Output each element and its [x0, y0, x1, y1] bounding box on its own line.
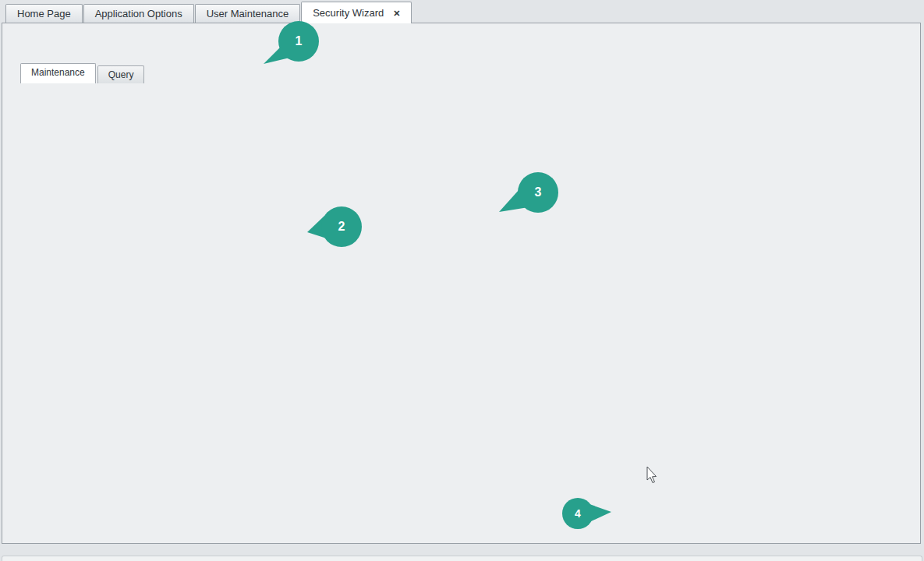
- callout-2: 2: [304, 205, 365, 250]
- subtab-maintenance[interactable]: Maintenance: [20, 63, 96, 83]
- callout-number: 3: [518, 172, 558, 213]
- callout-number: 4: [562, 498, 593, 529]
- tab-label: Security Wizard: [313, 4, 384, 23]
- tab-home-page[interactable]: Home Page: [5, 4, 83, 23]
- bottom-bar: [2, 556, 922, 561]
- callout-3: 3: [496, 171, 560, 216]
- subtab-query[interactable]: Query: [97, 65, 145, 83]
- security-wizard-page: [2, 23, 921, 544]
- sub-tab-bar: MaintenanceQuery: [20, 64, 146, 83]
- callout-number: 2: [321, 206, 362, 247]
- callout-4: 4: [560, 497, 613, 530]
- callout-1: 1: [260, 19, 321, 67]
- tab-label: Application Options: [95, 5, 182, 23]
- tab-close-icon[interactable]: ✕: [391, 4, 400, 23]
- tab-label: Home Page: [17, 5, 71, 23]
- mouse-cursor: [646, 466, 658, 485]
- tab-application-options[interactable]: Application Options: [83, 4, 194, 23]
- main-tab-bar: Home PageApplication OptionsUser Mainten…: [0, 0, 924, 23]
- callout-number: 1: [278, 21, 319, 62]
